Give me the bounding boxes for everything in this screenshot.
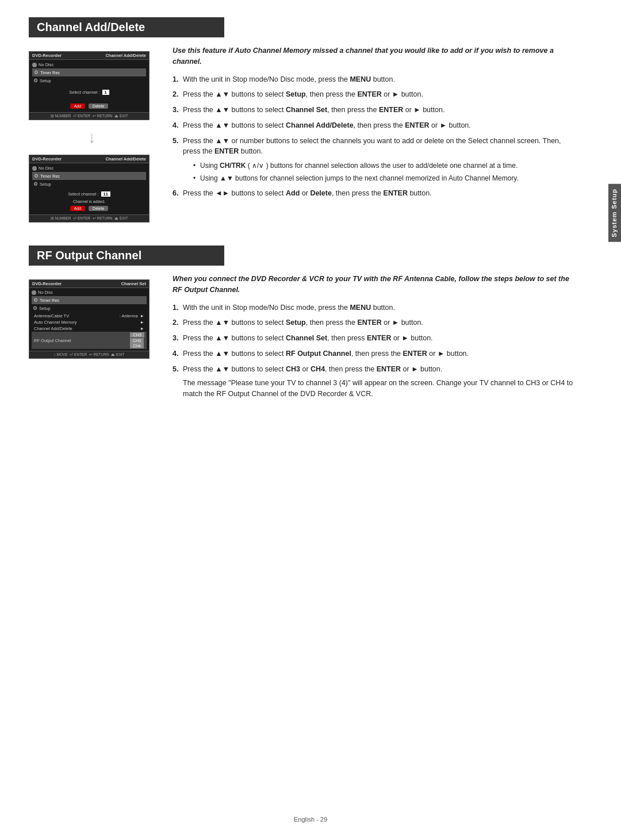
osd2-row3: Setup (40, 182, 51, 187)
rf-step-1: 1. With the unit in Stop mode/No Disc mo… (172, 302, 575, 313)
step-6: 6. Press the ◄► buttons to select Add or… (172, 188, 575, 199)
osd-menu-row-3: Channel Add/Delete ► (32, 325, 147, 332)
osd1-title-left: DVD-Recorder (32, 53, 62, 58)
rf-output-screenshots: DVD-Recorder Channel Set No Disc ⚙ Timer… (29, 274, 155, 404)
osd-rf-row3: Setup (39, 306, 51, 311)
bullet-2: Using ▲▼ buttons for channel selection j… (193, 173, 575, 183)
bullet-1: Using CH/TRK ( ∧/∨ ) buttons for channel… (193, 160, 575, 171)
osd-arrow-connector: ↓ (29, 129, 155, 145)
rf-output-heading: RF Output Channel (29, 246, 575, 274)
osd1-row3: Setup (40, 78, 51, 83)
step-3: 3. Press the ▲▼ buttons to select Channe… (172, 105, 575, 116)
osd1-title-right: Channel Add/Delete (105, 53, 146, 58)
channel-add-delete-intro: Use this feature if Auto Channel Memory … (172, 45, 575, 67)
osd1-row1: No Disc (39, 62, 53, 67)
osd1-row2: Timer Rec (40, 70, 60, 75)
osd1-footer: ⊞ NUMBER ⏎ ENTER ↩ RETURN ⏏ EXIT (51, 114, 128, 118)
osd-rf-title-right: Channel Set (121, 281, 146, 286)
page-footer: English - 29 (0, 816, 621, 823)
step-5: 5. Press the ▲▼ or number buttons to sel… (172, 136, 575, 184)
channel-add-delete-heading: Channel Add/Delete (29, 17, 575, 45)
osd1-btn-add[interactable]: Add (70, 103, 85, 109)
osd-rf-footer: ↕ MOVE ⏎ ENTER ↩ RETURN ⏏ EXIT (53, 352, 124, 357)
step-5-bullets: Using CH/TRK ( ∧/∨ ) buttons for channel… (193, 160, 575, 183)
rf-output-instructions: When you connect the DVD Recorder & VCR … (172, 274, 575, 404)
osd1-select-label: Select channel : (69, 90, 99, 95)
rf-step-3: 3. Press the ▲▼ buttons to select Channe… (172, 333, 575, 344)
rf-step-5: 5. Press the ▲▼ buttons to select CH3 or… (172, 364, 575, 400)
osd-menu-row-4: RF Output Channel CH3 CH3 CH4 (32, 332, 147, 349)
step-2: 2. Press the ▲▼ buttons to select Setup,… (172, 89, 575, 100)
osd2-title-left: DVD-Recorder (32, 156, 62, 162)
osd2-channel-added: Channel is added. (32, 200, 146, 204)
osd1-select-val: 1 (102, 90, 109, 95)
channel-add-delete-section: Channel Add/Delete DVD-Recorder Channel … (29, 17, 575, 223)
rf-step-4: 4. Press the ▲▼ buttons to select RF Out… (172, 348, 575, 359)
osd-rf-row2: Timer Rec (40, 298, 59, 303)
step-4: 4. Press the ▲▼ buttons to select Channe… (172, 120, 575, 131)
osd2-row1: No Disc (39, 166, 53, 171)
rf-step-5-message: The message "Please tune your TV to chan… (183, 378, 575, 400)
side-tab-system-setup: System Setup (608, 184, 621, 242)
step-1: 1. With the unit in Stop mode/No Disc mo… (172, 74, 575, 85)
osd2-row2: Timer Rec (40, 174, 60, 179)
osd-screen-2: DVD-Recorder Channel Add/Delete No Disc … (29, 155, 150, 223)
channel-add-delete-screenshots: DVD-Recorder Channel Add/Delete No Disc … (29, 45, 155, 223)
osd-rf-row1: No Disc (38, 290, 53, 295)
rf-output-intro: When you connect the DVD Recorder & VCR … (172, 274, 575, 296)
rf-output-steps: 1. With the unit in Stop mode/No Disc mo… (172, 302, 575, 400)
osd1-btn-delete[interactable]: Delete (89, 103, 108, 109)
osd2-btn-delete[interactable]: Delete (89, 206, 108, 211)
osd-menu-row-1: Antenna/Cable TV : Antenna ► (32, 313, 147, 319)
osd-rf-title-left: DVD-Recorder (32, 281, 62, 286)
channel-add-delete-instructions: Use this feature if Auto Channel Memory … (172, 45, 575, 223)
osd-screen-1: DVD-Recorder Channel Add/Delete No Disc … (29, 51, 150, 120)
osd2-footer: ⊞ NUMBER ⏎ ENTER ↩ RETURN ⏏ EXIT (51, 216, 128, 221)
rf-output-channel-section: RF Output Channel DVD-Recorder Channel S… (29, 246, 575, 404)
osd2-title-right: Channel Add/Delete (105, 156, 146, 162)
osd-menu-row-2: Auto Channel Memory ► (32, 319, 147, 325)
osd2-select-label: Select channel : (68, 191, 98, 197)
osd2-select-val: 11 (101, 191, 110, 197)
rf-step-2: 2. Press the ▲▼ buttons to select Setup,… (172, 317, 575, 328)
osd2-btn-add[interactable]: Add (70, 206, 85, 211)
channel-add-delete-steps: 1. With the unit in Stop mode/No Disc mo… (172, 74, 575, 199)
osd-rf-screen: DVD-Recorder Channel Set No Disc ⚙ Timer… (29, 279, 150, 359)
